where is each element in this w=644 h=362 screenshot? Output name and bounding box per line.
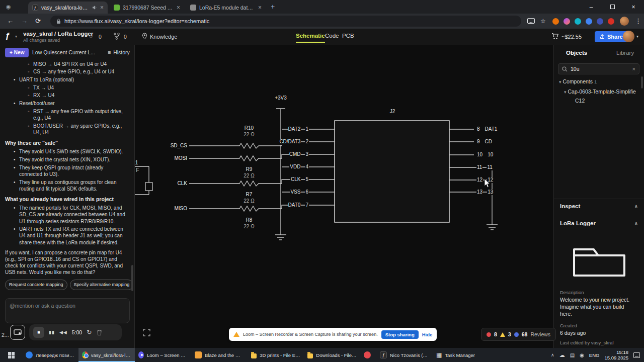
taskbar-item[interactable]: Downloads - File Explor bbox=[304, 348, 360, 362]
browser-profile-avatar[interactable] bbox=[620, 17, 629, 26]
chat-message-area[interactable]: MISO → U4 SPI RX on U4 or U4 CS → any fr… bbox=[0, 58, 132, 299]
net-label-clk[interactable]: CLK bbox=[155, 180, 187, 187]
resistor-label[interactable]: R722 Ω bbox=[236, 191, 262, 204]
cast-icon[interactable] bbox=[527, 18, 535, 24]
knowledge-pin-icon[interactable] bbox=[142, 33, 147, 40]
request-mapping-button[interactable]: Request concrete mapping bbox=[5, 280, 67, 290]
clear-search-icon[interactable]: × bbox=[632, 66, 635, 72]
design-reviews-badge[interactable]: 8 3 68 Reviews bbox=[481, 328, 556, 341]
logo-caret-icon[interactable]: ▾ bbox=[15, 34, 17, 39]
component-ref-label[interactable]: J2 bbox=[376, 109, 409, 115]
project-section-header[interactable]: LoRa Logger∧ bbox=[554, 216, 644, 230]
taskbar-clock[interactable]: 15:18 15.09.2025 bbox=[604, 349, 628, 360]
fork-icon[interactable] bbox=[114, 33, 120, 40]
extension-icon[interactable] bbox=[564, 18, 570, 25]
restart-icon[interactable]: ↻ bbox=[87, 329, 92, 336]
pin-row[interactable]: VDD4 bbox=[261, 164, 309, 170]
browser-menu-icon[interactable]: ⋮ bbox=[635, 17, 641, 25]
minimize-button[interactable]: – bbox=[581, 0, 602, 14]
extension-icon[interactable] bbox=[597, 18, 603, 25]
pin-row[interactable]: DAT21 bbox=[261, 126, 309, 132]
object-search[interactable]: × bbox=[558, 63, 639, 74]
pin-row[interactable]: CD/DAT32 bbox=[261, 139, 309, 145]
new-chat-button[interactable]: +New bbox=[5, 48, 29, 57]
net-label-mosi[interactable]: MOSI bbox=[155, 155, 187, 161]
network-tray-icon[interactable]: ▤ bbox=[570, 352, 575, 358]
star-icon[interactable]: ☆ bbox=[89, 33, 93, 39]
component-tree-item[interactable]: ▾ Cap-0603-Template-Simplifie bbox=[564, 88, 640, 95]
search-input[interactable] bbox=[571, 66, 621, 72]
trash-icon[interactable] bbox=[97, 329, 102, 336]
chat-thread-title[interactable]: Low Quiescent Current L... bbox=[32, 49, 106, 55]
inspect-section-header[interactable]: Inspect∧ bbox=[554, 199, 644, 213]
pin-row[interactable]: DAT07 bbox=[261, 202, 309, 208]
fit-view-icon[interactable] bbox=[143, 329, 150, 336]
volume-tray-icon[interactable]: ◉ bbox=[580, 352, 584, 358]
rewind-icon[interactable]: ◀◀ bbox=[59, 330, 67, 335]
close-button[interactable]: × bbox=[623, 0, 644, 14]
pin-row[interactable]: 1111 bbox=[476, 164, 493, 170]
alternative-mapping-button[interactable]: Specify alternative mapping bbox=[70, 280, 132, 290]
action-center-icon[interactable] bbox=[633, 352, 640, 358]
pin-row[interactable]: 1313 bbox=[476, 189, 494, 195]
start-button[interactable] bbox=[0, 348, 22, 362]
bookmark-star-icon[interactable]: ☆ bbox=[540, 18, 546, 25]
maximize-button[interactable] bbox=[602, 0, 623, 14]
tab-code[interactable]: Code bbox=[325, 33, 339, 39]
price-badge[interactable]: ~$22.55 bbox=[561, 34, 582, 40]
language-indicator[interactable]: ENG bbox=[589, 352, 600, 358]
schematic-canvas[interactable]: 11 0 F +3V3 J2 SD_CS MOSI CLK MISO R1022… bbox=[135, 45, 553, 348]
screen-record-toggle[interactable] bbox=[10, 325, 25, 340]
pin-row[interactable]: CMD3 bbox=[261, 151, 309, 157]
cart-icon[interactable] bbox=[551, 33, 559, 40]
back-icon[interactable]: ← bbox=[7, 17, 14, 25]
objects-scrollbar[interactable] bbox=[641, 76, 643, 88]
pause-icon[interactable]: ▮▮ bbox=[49, 330, 55, 335]
chat-input[interactable]: @mention or ask a question bbox=[5, 298, 130, 323]
taskbar-item[interactable]: Loom – Screen Recorde bbox=[135, 348, 191, 362]
hide-button[interactable]: Hide bbox=[422, 332, 433, 337]
tab-close-icon[interactable]: × bbox=[258, 5, 262, 11]
tab-schematic[interactable]: Schematic bbox=[296, 33, 325, 39]
taskbar-item-icon-only[interactable] bbox=[360, 348, 376, 362]
browser-tab-2[interactable]: 317990687 Seeed Technology × bbox=[110, 2, 184, 14]
tab-objects[interactable]: Objects bbox=[566, 50, 587, 56]
taskbar-item[interactable]: ƒ Nico Tzovanis (Flux) | bbox=[376, 348, 433, 362]
address-bar[interactable]: https://www.flux.ai/vasy_skral/lora-logg… bbox=[50, 16, 521, 27]
browser-tab-3[interactable]: LoRa-E5 module datasheet_V1 × bbox=[186, 2, 266, 14]
avatar-caret-icon[interactable]: ▾ bbox=[636, 34, 638, 39]
extension-icon[interactable] bbox=[586, 18, 592, 25]
knowledge-label[interactable]: Knowledge bbox=[150, 34, 177, 40]
tab-close-icon[interactable]: × bbox=[100, 5, 104, 11]
taskbar-item[interactable]: 3D prints - File Explorer bbox=[248, 348, 304, 362]
browser-tab-active[interactable]: ƒ vasy_skral/lora-logger: Buil × bbox=[28, 2, 108, 14]
power-net-label[interactable]: +3V3 bbox=[270, 95, 292, 101]
extension-icon[interactable] bbox=[608, 18, 614, 25]
pin-row[interactable]: CLK5 bbox=[261, 176, 309, 183]
cloud-tray-icon[interactable]: ☁ bbox=[559, 352, 565, 358]
taskbar-item[interactable]: Левередж позиції в Мі bbox=[22, 348, 78, 362]
tab-audio-icon[interactable] bbox=[92, 5, 97, 10]
tray-expand-icon[interactable]: ∧ bbox=[551, 352, 554, 357]
taskbar-item[interactable]: Blaze and the Monster I bbox=[191, 348, 248, 362]
taskbar-item[interactable]: ▦ Task Manager bbox=[433, 348, 489, 362]
stop-sharing-button[interactable]: Stop sharing bbox=[381, 330, 419, 339]
tab-pcb[interactable]: PCB bbox=[342, 33, 354, 39]
pin-row[interactable]: VSS6 bbox=[261, 189, 309, 195]
component-instance-item[interactable]: C12 bbox=[575, 98, 585, 104]
pin-row[interactable]: 9CD bbox=[476, 139, 493, 145]
pin-row[interactable]: 8DAT1 bbox=[476, 126, 498, 132]
chat-scrollbar[interactable] bbox=[131, 265, 133, 291]
stop-recording-button[interactable]: ■ bbox=[33, 327, 44, 338]
reload-icon[interactable]: ⟳ bbox=[35, 17, 41, 25]
taskbar-item-active[interactable]: vasy_skral/lora-logger: bbox=[78, 348, 135, 362]
user-avatar[interactable] bbox=[623, 31, 634, 42]
resistor-label[interactable]: R1022 Ω bbox=[236, 125, 262, 138]
net-label-sdcs[interactable]: SD_CS bbox=[155, 143, 187, 149]
extension-icon[interactable] bbox=[575, 18, 581, 25]
resistor-label[interactable]: R822 Ω bbox=[236, 217, 262, 230]
flux-logo[interactable]: ƒ bbox=[5, 31, 10, 41]
new-tab-button[interactable]: + bbox=[271, 3, 275, 11]
components-group[interactable]: ▾ Components 1 bbox=[559, 78, 597, 84]
extension-icon[interactable] bbox=[552, 18, 559, 25]
